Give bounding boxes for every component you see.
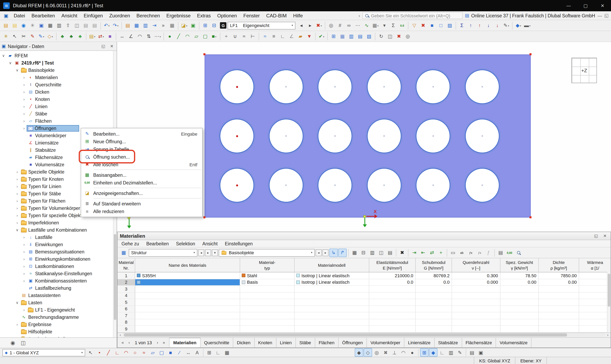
expand-icon[interactable]: ›	[21, 308, 27, 312]
expand-icon[interactable]: ›	[21, 97, 27, 101]
tree-item-flachen[interactable]: ›▱Flächen	[0, 117, 113, 125]
dlubal-connect-icon[interactable]: ◉	[19, 21, 28, 30]
dim-arc-icon[interactable]: ◠	[136, 32, 144, 40]
coordinate-system-combo[interactable]: ◆ 1 - Global XYZ ▾	[2, 349, 85, 356]
value-cell[interactable]	[539, 312, 579, 319]
delete-all-results-icon[interactable]: ✖	[419, 21, 427, 30]
load-z-up-icon[interactable]: ↑	[475, 21, 484, 30]
tree-item-lastkombinationen[interactable]: ›⊡Lastkombinationen	[0, 263, 113, 270]
import-table-icon[interactable]: ⇤	[419, 248, 427, 257]
collapse-icon[interactable]: ∨	[1, 54, 6, 58]
material-name-cell[interactable]	[135, 326, 240, 332]
column-header-warmea[interactable]: Wärmeaα [1/	[579, 258, 611, 272]
row-number[interactable]: 3	[117, 286, 135, 292]
export-icon[interactable]: ⇧	[64, 21, 72, 30]
expand-icon[interactable]: ›	[21, 279, 27, 283]
opening-circle[interactable]	[367, 69, 402, 104]
value-cell[interactable]: 0.00	[500, 279, 539, 286]
check-plausibility-icon[interactable]: ✔	[317, 32, 326, 40]
opening-circle[interactable]	[416, 119, 451, 153]
value-cell[interactable]	[416, 312, 452, 319]
expand-icon[interactable]: ›	[21, 264, 27, 268]
value-cell[interactable]	[369, 299, 416, 306]
value-cell[interactable]	[579, 306, 611, 312]
minimize-button[interactable]: —	[560, 0, 577, 11]
plane-xy-icon[interactable]: ∟	[214, 348, 222, 357]
close-table-icon[interactable]: ✕	[602, 234, 608, 238]
color-filter-icon[interactable]: ▽	[410, 21, 418, 30]
draw-polyline-icon[interactable]: ∟	[113, 348, 121, 357]
expand-icon[interactable]: ›	[21, 119, 27, 123]
relation-all-icon[interactable]: ↱	[338, 248, 347, 257]
tree-item-2419-rf6-test[interactable]: ∨▣2419.rf6* | Test	[0, 59, 113, 66]
clipboard-icon[interactable]: ▤	[81, 21, 90, 30]
keyword-search-input[interactable]: Geben Sie ein Schlüsselwort ein (Alt+Q)	[362, 12, 463, 19]
opening-circle[interactable]	[269, 119, 303, 153]
menu-extras[interactable]: Extras	[194, 11, 214, 20]
expand-icon[interactable]: ›	[14, 323, 20, 326]
context-item-basisangaben[interactable]: ▦Basisangaben...	[81, 171, 202, 179]
value-cell[interactable]	[369, 319, 416, 326]
material-name-cell[interactable]: S355H	[135, 273, 240, 279]
table-tab-flachen[interactable]: Flächen	[315, 338, 338, 347]
column-header-querdehnzahl[interactable]: Querdehnzahlν [--]	[452, 258, 500, 272]
menu-datei[interactable]: Datei	[11, 11, 28, 20]
context-item-bearbeiten[interactable]: ✎Bearbeiten...Eingabe	[81, 130, 202, 138]
tree-item-querschnitte[interactable]: ›IQuerschnitte	[0, 81, 113, 88]
table-scrollbar[interactable]	[607, 272, 611, 332]
minimize-ribbon-icon[interactable]: —	[598, 13, 602, 18]
category-next-button[interactable]: ▸	[323, 249, 328, 256]
value-cell[interactable]	[416, 319, 452, 326]
expand-icon[interactable]: ›	[14, 192, 20, 196]
units-settings-icon[interactable]: 0,00	[505, 248, 514, 257]
context-item-anzeigeeigenschaften[interactable]: ◪Anzeigeeigenschaften...	[81, 189, 202, 197]
expand-icon[interactable]: ›	[21, 257, 27, 261]
open-model-icon[interactable]: ▤	[11, 21, 19, 30]
material-model-cell[interactable]: Isotrop | Linear elastisch	[295, 279, 369, 286]
value-cell[interactable]	[500, 319, 539, 326]
context-item-neue-offnung[interactable]: ⊞Neue Öffnung...	[81, 138, 202, 145]
tree-item-kombinationsassistenten[interactable]: ›▣Kombinationsassistenten	[0, 277, 113, 285]
material-model-cell[interactable]	[295, 299, 369, 306]
tree-item-dicken[interactable]: ›▤Dicken	[0, 88, 113, 96]
material-type-cell[interactable]	[240, 319, 295, 326]
material-model-cell[interactable]	[295, 292, 369, 299]
table-tab-volumenkorper[interactable]: Volumenkörper	[367, 338, 404, 347]
move-copy-icon[interactable]: ⇄	[97, 32, 105, 40]
category-prev-button[interactable]: ◂	[316, 249, 322, 256]
column-header-materialmodell[interactable]: Materialmodell	[295, 258, 369, 272]
value-cell[interactable]	[452, 286, 500, 292]
snap-endpoint-icon[interactable]: ◆	[355, 348, 363, 357]
render-mode-icon[interactable]: ▣	[477, 348, 485, 357]
menu-hilfe[interactable]: Hilfe	[290, 11, 306, 20]
tree-item-materialien[interactable]: ›◐Materialien	[0, 74, 113, 81]
context-item-auf-standard-erweitern[interactable]: ≣Auf Standard erweitern	[81, 200, 202, 208]
block-insert-icon[interactable]: ■	[106, 32, 114, 40]
table-tab-liniensatze[interactable]: Liniensätze	[404, 338, 434, 347]
column-header-schubmodul[interactable]: SchubmodulG [N/mm²]	[416, 258, 452, 272]
value-cell[interactable]	[416, 292, 452, 299]
table-row[interactable]: 6	[117, 306, 611, 312]
snap-tangent-icon[interactable]: ◠	[399, 348, 408, 357]
context-item-alle-reduzieren[interactable]: ≡Alle reduzieren	[81, 208, 202, 215]
column-header-elastizitatsmodul[interactable]: ElastizitätsmodulE [N/mm²]	[369, 258, 416, 272]
table-menu-selektion[interactable]: Selektion	[176, 241, 195, 246]
value-cell[interactable]	[416, 326, 452, 332]
value-cell[interactable]: 7850.00	[539, 273, 579, 279]
view-cube[interactable]: +Z	[572, 58, 597, 83]
merge-lines-icon[interactable]: ≈	[240, 32, 248, 40]
value-cell[interactable]	[539, 306, 579, 312]
menu-ansicht[interactable]: Ansicht	[58, 11, 80, 20]
previous-loadcase-icon[interactable]: ◂	[297, 21, 306, 30]
context-item-einheiten-und-dezimalstellen[interactable]: 0,00Einheiten und Dezimalstellen...	[81, 179, 202, 186]
row-number[interactable]: 4	[117, 292, 135, 299]
sync-table-icon[interactable]: ⇄	[428, 248, 436, 257]
extend-line-icon[interactable]: ⊢	[249, 32, 257, 40]
draw-spline-icon[interactable]: ≈	[140, 348, 148, 357]
snap-settings-icon[interactable]: ✳	[2, 32, 10, 40]
scrollbar-thumb[interactable]	[608, 273, 610, 307]
snap-center-icon[interactable]: ◎	[373, 348, 381, 357]
surface-slope-icon[interactable]: ∠	[287, 32, 296, 40]
material-model-cell[interactable]	[295, 312, 369, 319]
table-columns-icon[interactable]: ◫	[377, 248, 385, 257]
